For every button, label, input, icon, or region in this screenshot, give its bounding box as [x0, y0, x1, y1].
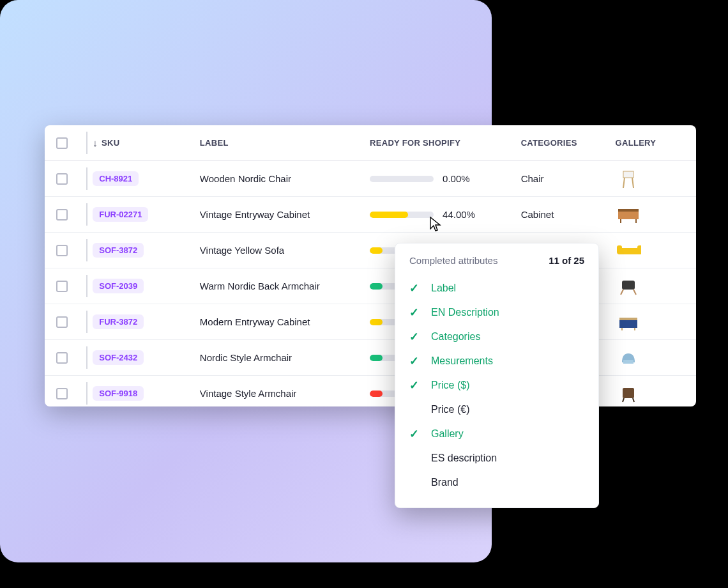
check-icon: ✓ [409, 330, 423, 344]
sku-pill[interactable]: SOF-9918 [93, 386, 144, 401]
sku-pill[interactable]: SOF-3872 [93, 243, 144, 258]
table-header: ↓ SKU LABEL READY FOR SHOPIFY CATEGORIES… [45, 125, 696, 161]
check-icon: ✓ [409, 354, 423, 368]
product-label: Vintage Style Armchair [200, 388, 370, 399]
column-header-sku[interactable]: SKU [102, 138, 119, 148]
attribute-label: Price ($) [431, 380, 469, 391]
svg-rect-14 [619, 318, 637, 320]
row-checkbox[interactable] [56, 209, 68, 220]
attribute-label: Mesurements [431, 355, 493, 367]
svg-rect-9 [637, 245, 641, 252]
select-all-checkbox[interactable] [56, 137, 68, 149]
attribute-item: ✓ Price ($) [409, 373, 584, 398]
column-header-gallery[interactable]: GALLERY [616, 138, 685, 148]
check-icon: ✓ [409, 281, 423, 295]
row-checkbox[interactable] [56, 245, 68, 256]
table-row[interactable]: FUR-02271 Vintage Entryway Cabinet 44.00… [45, 197, 696, 233]
attribute-label: Categories [431, 331, 480, 343]
progress-percent: 44.00% [443, 209, 475, 220]
row-checkbox[interactable] [56, 173, 68, 185]
sku-pill[interactable]: FUR-3872 [93, 314, 144, 329]
attribute-item: ✓ Mesurements [409, 349, 584, 373]
column-header-categories[interactable]: CATEGORIES [521, 138, 616, 148]
svg-rect-18 [623, 388, 634, 398]
svg-line-11 [621, 290, 623, 295]
popover-title: Completed attributes [409, 255, 497, 266]
gallery-thumbnail[interactable] [616, 240, 641, 261]
product-label: Warm Nordic Back Armchair [200, 281, 370, 291]
svg-line-20 [633, 398, 634, 402]
svg-line-1 [623, 178, 625, 188]
column-divider [86, 382, 89, 405]
popover-count: 11 of 25 [549, 255, 584, 266]
gallery-thumbnail[interactable] [616, 383, 641, 405]
column-divider [86, 346, 89, 369]
row-checkbox[interactable] [56, 281, 68, 292]
svg-line-2 [632, 178, 633, 188]
attribute-label: ES description [431, 453, 497, 464]
table-row[interactable]: CH-8921 Wooden Nordic Chair 0.00% Chair [45, 161, 696, 197]
column-divider [86, 275, 89, 297]
svg-rect-3 [618, 212, 639, 219]
svg-line-19 [623, 398, 624, 402]
column-header-ready[interactable]: READY FOR SHOPIFY [370, 138, 521, 148]
check-icon: ✓ [409, 378, 423, 392]
attribute-item: ✓ Label [409, 276, 584, 300]
sku-pill[interactable]: FUR-02271 [93, 207, 148, 222]
product-label: Modern Entryway Cabinet [200, 316, 370, 327]
attribute-label: Gallery [431, 428, 464, 440]
check-icon: ✓ [409, 306, 423, 320]
completed-attributes-popover: Completed attributes 11 of 25 ✓ Label ✓ … [395, 243, 599, 508]
column-divider [86, 132, 89, 154]
attribute-item: ✓ Price (€) [409, 398, 584, 422]
attribute-label: EN Description [431, 307, 499, 318]
svg-rect-17 [623, 360, 633, 364]
attribute-label: Price (€) [431, 404, 469, 415]
attribute-label: Label [431, 282, 456, 294]
svg-rect-10 [622, 281, 635, 290]
product-label: Vintage Entryway Cabinet [200, 209, 370, 220]
row-checkbox[interactable] [56, 316, 68, 328]
gallery-thumbnail[interactable] [616, 347, 641, 369]
attribute-item: ✓ EN Description [409, 300, 584, 325]
column-divider [86, 167, 89, 190]
svg-rect-0 [623, 171, 633, 178]
sku-pill[interactable]: CH-8921 [93, 171, 139, 186]
row-checkbox[interactable] [56, 388, 68, 399]
row-checkbox[interactable] [56, 352, 68, 364]
sku-pill[interactable]: SOF-2039 [93, 279, 144, 293]
gallery-thumbnail[interactable] [616, 204, 641, 226]
svg-rect-4 [618, 209, 639, 212]
gallery-thumbnail[interactable] [616, 275, 641, 297]
attribute-item: ✓ ES description [409, 446, 584, 470]
progress-bar[interactable] [370, 176, 434, 182]
check-icon: ✓ [409, 427, 423, 441]
column-header-label[interactable]: LABEL [200, 138, 370, 148]
product-label: Wooden Nordic Chair [200, 173, 370, 184]
attribute-item: ✓ Categories [409, 325, 584, 349]
svg-line-12 [633, 290, 636, 295]
gallery-thumbnail[interactable] [616, 168, 641, 190]
product-label: Nordic Style Armchair [200, 352, 370, 363]
progress-bar[interactable] [370, 212, 434, 218]
attribute-label: Brand [431, 477, 459, 488]
svg-rect-8 [617, 245, 622, 252]
category-cell: Chair [521, 173, 616, 184]
attribute-item: ✓ Brand [409, 470, 584, 495]
gallery-thumbnail[interactable] [616, 311, 641, 333]
column-divider [86, 239, 89, 261]
column-divider [86, 311, 89, 333]
sort-descending-icon[interactable]: ↓ [93, 137, 98, 148]
column-divider [86, 203, 89, 226]
attribute-item: ✓ Gallery [409, 422, 584, 446]
product-label: Vintage Yellow Sofa [200, 245, 370, 256]
progress-percent: 0.00% [443, 173, 470, 184]
sku-pill[interactable]: SOF-2432 [93, 350, 144, 365]
category-cell: Cabinet [521, 209, 616, 220]
